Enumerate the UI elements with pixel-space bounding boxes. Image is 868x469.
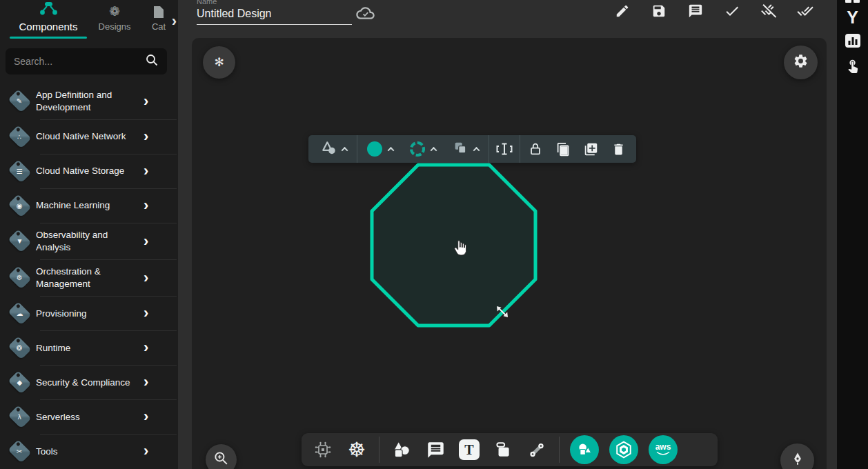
category-label: Orchestration & Management xyxy=(36,266,144,290)
active-tab-underline xyxy=(10,37,87,39)
aws-provider-icon[interactable]: aws xyxy=(649,435,678,464)
chevron-right-icon: › xyxy=(144,96,148,107)
window-grid-icon[interactable] xyxy=(845,0,860,3)
category-label: Cloud Native Network xyxy=(36,130,144,143)
undeploy-icon[interactable] xyxy=(760,3,777,19)
yaml-icon[interactable]: Y xyxy=(847,8,858,26)
tag-icon: λ xyxy=(3,410,36,424)
freeze-button[interactable]: ✻ xyxy=(203,46,235,79)
chevron-up-icon xyxy=(388,146,395,153)
category-tools[interactable]: ✂ Tools › xyxy=(0,434,178,468)
tools-dock: ☸ T xyxy=(302,433,718,466)
tab-label: Components xyxy=(19,21,77,32)
category-orchestration[interactable]: ⚙ Orchestration & Management › xyxy=(0,259,178,296)
components-sidebar: Components ❁ Designs Cat › xyxy=(0,0,178,469)
tag-icon: ☁ xyxy=(3,306,36,321)
tab-label: Cat xyxy=(152,21,166,32)
category-label: Security & Compliance xyxy=(36,377,144,389)
delete-icon[interactable] xyxy=(606,135,631,163)
tab-designs[interactable]: ❁ Designs xyxy=(90,2,139,32)
check-icon[interactable] xyxy=(724,3,740,19)
right-toolbar-rail: Y xyxy=(837,0,868,469)
copy-icon[interactable] xyxy=(551,135,575,163)
chevron-up-icon xyxy=(431,146,437,153)
tabs-scroll-next-icon[interactable]: › xyxy=(172,15,177,28)
zoom-in-button[interactable] xyxy=(206,444,237,469)
category-machine-learning[interactable]: ◉ Machine Learning › xyxy=(0,188,178,223)
category-runtime[interactable]: ❂ Runtime › xyxy=(0,330,178,365)
sidebar-tabs: Components ❁ Designs Cat › xyxy=(0,0,178,39)
chevron-right-icon: › xyxy=(144,166,148,177)
category-cloud-native-network[interactable]: ∴ Cloud Native Network › xyxy=(0,119,178,154)
link-icon[interactable] xyxy=(525,436,549,463)
shape-context-toolbar xyxy=(308,135,636,163)
comment-icon[interactable] xyxy=(687,3,704,19)
stroke-color-swatch xyxy=(410,141,425,157)
designs-icon: ❁ xyxy=(109,3,120,19)
header-actions xyxy=(614,3,813,19)
tab-components[interactable]: Components xyxy=(7,0,90,39)
edit-icon[interactable] xyxy=(614,3,631,19)
touch-icon[interactable] xyxy=(845,58,860,76)
shapes-icon[interactable] xyxy=(390,436,413,463)
layers-dropdown[interactable] xyxy=(446,135,486,163)
circuit-icon[interactable] xyxy=(311,436,335,463)
add-to-icon[interactable] xyxy=(578,135,603,163)
category-provisioning[interactable]: ☁ Provisioning › xyxy=(0,296,178,330)
name-field-label: Name xyxy=(197,0,217,6)
hexagon-provider-icon[interactable] xyxy=(609,435,638,464)
category-cloud-native-storage[interactable]: ☰ Cloud Native Storage › xyxy=(0,154,178,188)
text-icon[interactable]: T xyxy=(457,436,481,463)
save-icon[interactable] xyxy=(651,3,667,19)
chevron-right-icon: › xyxy=(144,342,148,353)
tag-icon: ∴ xyxy=(3,130,36,144)
component-category-list: ✎ App Definition and Development › ∴ Clo… xyxy=(0,83,178,468)
tag-icon: ⚙ xyxy=(3,270,36,285)
category-label: Machine Learning xyxy=(36,199,144,212)
search-input[interactable] xyxy=(14,56,145,67)
category-app-definition[interactable]: ✎ App Definition and Development › xyxy=(0,83,178,119)
kubernetes-icon[interactable]: ☸ xyxy=(345,436,368,463)
design-name-field: Name xyxy=(197,0,362,32)
design-name-input[interactable] xyxy=(197,6,352,25)
chart-icon[interactable] xyxy=(845,33,861,51)
lock-icon[interactable] xyxy=(523,135,548,163)
chevron-up-icon xyxy=(473,146,480,153)
pen-button[interactable] xyxy=(780,443,814,469)
deploy-icon[interactable] xyxy=(797,3,813,19)
design-canvas[interactable]: ✻ xyxy=(192,38,827,469)
fill-color-swatch xyxy=(367,141,382,157)
category-label: Tools xyxy=(36,446,144,458)
category-security[interactable]: ◆ Security & Compliance › xyxy=(0,365,178,399)
search-box xyxy=(6,48,167,74)
cursor-hand-icon xyxy=(453,239,469,260)
fill-color-dropdown[interactable] xyxy=(360,135,400,163)
chevron-right-icon: › xyxy=(144,446,148,457)
tag-icon: ☰ xyxy=(3,164,36,179)
cloud-check-icon xyxy=(356,6,375,23)
components-icon xyxy=(38,1,59,17)
chevron-right-icon: › xyxy=(144,308,148,319)
search-icon[interactable] xyxy=(145,53,159,70)
chevron-right-icon: › xyxy=(144,200,148,211)
tag-icon: ✂ xyxy=(3,444,36,459)
category-serverless[interactable]: λ Serverless › xyxy=(0,399,178,434)
layers-icon xyxy=(453,140,468,158)
stroke-color-dropdown[interactable] xyxy=(403,135,443,163)
resize-handle-arrow-icon[interactable] xyxy=(494,304,511,323)
category-observability[interactable]: ▼ Observability and Analysis › xyxy=(0,223,178,259)
pen-nib-icon xyxy=(789,451,806,469)
category-label: Provisioning xyxy=(36,308,144,320)
shapes-dropdown[interactable] xyxy=(314,135,354,163)
chevron-right-icon: › xyxy=(144,377,148,388)
canvas-settings-button[interactable] xyxy=(784,46,818,79)
chevron-right-icon: › xyxy=(144,131,148,142)
resize-icon[interactable] xyxy=(492,135,517,163)
asterisk-icon: ✻ xyxy=(214,55,224,70)
catalog-icon xyxy=(152,3,165,19)
comment-icon[interactable] xyxy=(424,436,447,463)
tab-label: Designs xyxy=(99,21,131,32)
note-icon[interactable] xyxy=(491,436,515,463)
shapes-provider-icon[interactable] xyxy=(570,435,599,464)
category-label: Observability and Analysis xyxy=(36,229,144,253)
